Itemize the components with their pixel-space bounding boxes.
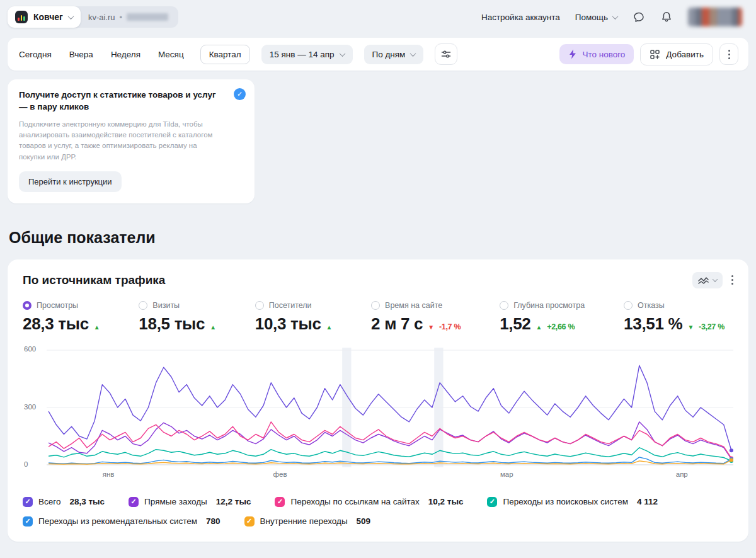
- verified-check-icon: ✓: [234, 88, 246, 100]
- widget-header: По источникам трафика: [23, 272, 733, 288]
- legend-item-site-links[interactable]: ✓ Переходы по ссылкам на сайтах 10,2 тыс: [275, 497, 463, 507]
- help-label: Помощь: [575, 13, 608, 22]
- dot-separator: •: [120, 13, 123, 22]
- metric-delta: -3,27 %: [699, 322, 724, 331]
- chart-type-selector[interactable]: [692, 272, 723, 288]
- trend-arrow-icon: ▲: [210, 324, 216, 331]
- period-tabs: Сегодня Вчера Неделя Месяц Квартал: [18, 45, 250, 64]
- chevron-down-icon: [713, 276, 718, 282]
- add-label: Добавить: [666, 50, 704, 59]
- x-axis-labels: янвфевмарапр: [47, 470, 733, 481]
- legend-checkbox-icon[interactable]: ✓: [23, 516, 33, 527]
- legend-checkbox-icon[interactable]: ✓: [129, 497, 139, 507]
- x-axis-label: апр: [676, 470, 688, 478]
- promo-instruction-button[interactable]: Перейти к инструкции: [19, 171, 122, 192]
- metric-visits[interactable]: Визиты 18,5 тыс▲: [139, 301, 215, 334]
- legend-checkbox-icon[interactable]: ✓: [23, 497, 33, 507]
- counter-switcher[interactable]: Ковчег kv-ai.ru •: [8, 6, 178, 28]
- chevron-down-icon: [67, 13, 74, 20]
- metric-radio[interactable]: [139, 301, 147, 310]
- kebab-menu-icon: [728, 50, 730, 59]
- legend-label: Прямые заходы: [144, 497, 207, 506]
- metric-radio[interactable]: [371, 301, 380, 310]
- notifications-bell-icon[interactable]: [660, 11, 673, 23]
- widget-controls: [692, 272, 733, 288]
- metric-value: 10,3 тыс: [255, 314, 321, 334]
- legend-label: Переходы из поисковых систем: [503, 497, 627, 506]
- legend-item-internal[interactable]: ✓ Внутренние переходы 509: [244, 516, 371, 527]
- metric-value: 28,3 тыс: [23, 314, 89, 334]
- messenger-icon[interactable]: [633, 11, 645, 23]
- date-range-value: 15 янв — 14 апр: [270, 50, 335, 59]
- account-settings-link[interactable]: Настройка аккаунта: [481, 13, 560, 22]
- masked-counter-id: [127, 13, 168, 21]
- toolbar-right: Что нового Добавить: [559, 43, 738, 65]
- metric-radio[interactable]: [500, 301, 508, 310]
- metric-radio[interactable]: [624, 301, 633, 310]
- metric-radio[interactable]: [255, 301, 264, 310]
- metrica-logo-icon: [15, 11, 28, 23]
- x-axis-label: фев: [273, 470, 287, 478]
- period-tab-month[interactable]: Месяц: [157, 45, 185, 64]
- legend-checkbox-icon[interactable]: ✓: [244, 516, 255, 527]
- topbar-right: Настройка аккаунта Помощь: [481, 8, 742, 26]
- legend-item-direct[interactable]: ✓ Прямые заходы 12,2 тыс: [129, 497, 251, 507]
- help-menu[interactable]: Помощь: [575, 13, 617, 22]
- user-avatar-masked[interactable]: [688, 8, 742, 26]
- x-axis-label: мар: [500, 470, 513, 478]
- counter-site-domain: kv-ai.ru: [88, 13, 115, 22]
- chevron-down-icon: [339, 50, 345, 57]
- metric-radio[interactable]: [23, 301, 32, 310]
- metric-delta: +2,66 %: [547, 322, 575, 331]
- metric-time-on-site[interactable]: Время на сайте 2 м 7 с▼-1,7 %: [371, 301, 461, 334]
- trend-arrow-icon: ▼: [428, 324, 434, 331]
- y-axis-label: 600: [24, 345, 43, 353]
- ecommerce-promo-card: Получите доступ к статистике товаров и у…: [8, 79, 255, 203]
- date-range-selector[interactable]: 15 янв — 14 апр: [261, 45, 353, 64]
- period-tab-week[interactable]: Неделя: [110, 45, 142, 64]
- lightning-bolt-icon: [568, 49, 577, 59]
- x-axis-label: янв: [103, 470, 115, 478]
- metric-label: Посетители: [269, 301, 312, 310]
- filter-settings-button[interactable]: [435, 43, 457, 65]
- legend-item-search[interactable]: ✓ Переходы из поисковых систем 4 112: [487, 497, 658, 507]
- promo-title: Получите доступ к статистике товаров и у…: [19, 89, 220, 113]
- period-tab-quarter[interactable]: Квартал: [200, 45, 250, 64]
- trend-arrow-icon: ▲: [536, 324, 542, 331]
- chevron-down-icon: [410, 50, 416, 57]
- legend-item-recommendation[interactable]: ✓ Переходы из рекомендательных систем 78…: [23, 516, 220, 527]
- period-tab-today[interactable]: Сегодня: [18, 45, 53, 64]
- legend-value: 509: [357, 516, 371, 526]
- legend-label: Переходы из рекомендательных систем: [38, 516, 197, 526]
- legend-item-total[interactable]: ✓ Всего 28,3 тыс: [23, 497, 105, 507]
- metric-pageviews[interactable]: Просмотры 28,3 тыс▲: [23, 301, 100, 334]
- metric-depth[interactable]: Глубина просмотра 1,52▲+2,66 %: [500, 301, 585, 334]
- grouping-selector[interactable]: По дням: [364, 45, 424, 64]
- chart-legend: ✓ Всего 28,3 тыс ✓ Прямые заходы 12,2 ты…: [23, 497, 733, 527]
- traffic-line-chart[interactable]: [47, 348, 733, 467]
- trend-arrow-icon: ▼: [687, 324, 694, 331]
- legend-checkbox-icon[interactable]: ✓: [275, 497, 285, 507]
- widget-menu-button[interactable]: [731, 275, 733, 285]
- legend-label: Всего: [38, 497, 60, 506]
- add-button[interactable]: Добавить: [640, 43, 713, 65]
- legend-value: 780: [206, 516, 220, 526]
- promo-description: Подключите электронную коммерцию для Til…: [19, 119, 215, 162]
- grouping-value: По дням: [372, 50, 406, 59]
- legend-value: 4 112: [637, 497, 658, 506]
- whats-new-button[interactable]: Что нового: [559, 44, 634, 64]
- legend-value: 28,3 тыс: [69, 497, 105, 506]
- more-actions-button[interactable]: [719, 43, 738, 65]
- legend-row: ✓ Переходы из рекомендательных систем 78…: [23, 516, 733, 527]
- metric-bounce-rate[interactable]: Отказы 13,51 %▼-3,27 %: [624, 301, 724, 334]
- metric-visitors[interactable]: Посетители 10,3 тыс▲: [255, 301, 332, 334]
- traffic-sources-widget: По источникам трафика Просмотры 28,3 тыс…: [8, 259, 748, 542]
- legend-row: ✓ Всего 28,3 тыс ✓ Прямые заходы 12,2 ты…: [23, 497, 733, 507]
- legend-checkbox-icon[interactable]: ✓: [487, 497, 497, 507]
- chevron-down-icon: [612, 13, 619, 20]
- period-tab-yesterday[interactable]: Вчера: [68, 45, 94, 64]
- add-widget-icon: [650, 49, 660, 60]
- line-chart-icon: [698, 276, 709, 285]
- section-title: Общие показатели: [9, 229, 756, 247]
- counter-pill[interactable]: Ковчег: [8, 6, 81, 28]
